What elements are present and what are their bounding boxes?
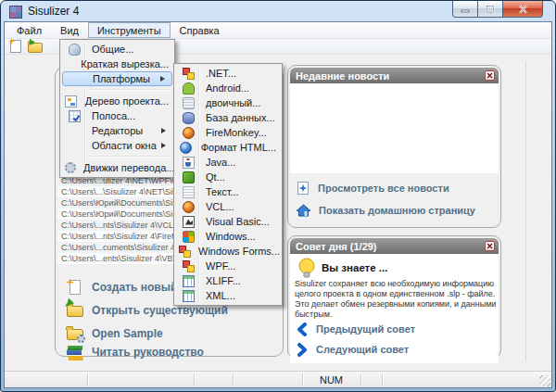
menu-item-general[interactable]: Общие... bbox=[60, 42, 174, 57]
status-divider bbox=[233, 373, 234, 386]
submenu-arrow-icon bbox=[161, 128, 169, 133]
submenu-arrow-icon bbox=[160, 76, 168, 82]
submenu-item-xml[interactable]: XML... bbox=[174, 288, 282, 303]
open-existing-label: Открыть существующий bbox=[92, 304, 228, 317]
visual-basic-icon bbox=[183, 216, 195, 228]
menu-help[interactable]: Справка bbox=[171, 22, 229, 38]
new-document-icon[interactable] bbox=[10, 40, 21, 53]
submenu-item-firemonkey[interactable]: FireMonkey... bbox=[174, 125, 282, 140]
xml-icon bbox=[183, 290, 195, 302]
submenu-item-html[interactable]: Формат HTML... bbox=[174, 140, 282, 155]
menu-item-platforms[interactable]: Платформы bbox=[62, 71, 172, 86]
news-panel-body bbox=[290, 83, 499, 173]
submenu-item-binary[interactable]: двоичный... bbox=[174, 95, 282, 110]
maximize-icon bbox=[486, 5, 495, 14]
windows-icon bbox=[183, 231, 195, 243]
android-icon bbox=[183, 82, 195, 95]
database-icon bbox=[183, 112, 195, 124]
title-bar[interactable]: Sisulizer 4 bbox=[1, 1, 555, 21]
html-globe-icon bbox=[180, 142, 192, 154]
dotnet-icon bbox=[183, 68, 195, 80]
lightbulb-icon bbox=[297, 258, 317, 280]
home-icon bbox=[296, 203, 311, 218]
open-sample-button[interactable]: Open Sample bbox=[67, 324, 163, 343]
project-tree-icon bbox=[65, 95, 77, 107]
tip-text: Sisulizer сохраняет всю необходимую инфо… bbox=[295, 279, 497, 320]
new-project-icon bbox=[67, 280, 83, 295]
menu-item-editors[interactable]: Редакторы bbox=[60, 123, 174, 138]
submenu-item-qt[interactable]: Qt... bbox=[174, 170, 282, 184]
xliff-icon bbox=[183, 275, 195, 287]
next-tip-link[interactable]: Следующий совет bbox=[296, 340, 495, 359]
close-button[interactable] bbox=[503, 1, 543, 18]
num-lock-indicator: NUM bbox=[302, 372, 360, 387]
wpf-icon bbox=[183, 260, 195, 272]
menu-view[interactable]: Вид bbox=[51, 22, 88, 38]
status-divider bbox=[87, 373, 89, 386]
firemonkey-icon bbox=[183, 127, 195, 139]
status-divider bbox=[382, 373, 384, 386]
vcl-icon bbox=[183, 201, 195, 213]
tip-close-button[interactable] bbox=[485, 241, 495, 251]
submenu-item-wpf[interactable]: WPF... bbox=[174, 259, 282, 273]
window-title: Sisulizer 4 bbox=[28, 5, 79, 18]
close-icon bbox=[518, 5, 528, 14]
submenu-item-android[interactable]: Android... bbox=[174, 81, 282, 95]
submenu-item-java[interactable]: Java... bbox=[174, 155, 282, 170]
next-tip-label: Следующий совет bbox=[316, 344, 409, 355]
status-divider bbox=[360, 373, 362, 386]
tip-heading: Вы знаете ... bbox=[322, 262, 387, 273]
close-icon bbox=[486, 72, 493, 79]
status-divider bbox=[194, 373, 196, 386]
submenu-item-windows[interactable]: Windows... bbox=[174, 229, 282, 244]
view-all-news-label: Просмотреть все новости bbox=[318, 183, 449, 194]
platforms-submenu: .NET... Android... двоичный... База данн… bbox=[173, 63, 283, 306]
view-all-news-link[interactable]: Просмотреть все новости bbox=[296, 179, 495, 197]
menu-item-translation-engines[interactable]: Движки перевода... bbox=[60, 160, 174, 175]
qt-icon bbox=[183, 171, 195, 183]
menu-item-band[interactable]: Полоса... bbox=[60, 108, 174, 123]
submenu-item-database[interactable]: База данных... bbox=[174, 110, 282, 125]
news-panel: Недавние новости Просмотреть все новости bbox=[287, 65, 501, 228]
status-bar: NUM bbox=[5, 371, 551, 387]
close-icon bbox=[486, 243, 493, 249]
create-new-button[interactable]: Создать новый bbox=[67, 278, 177, 297]
show-homepage-link[interactable]: Показать домашнюю страницу bbox=[296, 201, 495, 220]
tip-panel-header: Совет дня (1/29) bbox=[290, 238, 499, 254]
chevron-right-icon bbox=[296, 343, 309, 357]
create-new-label: Создать новый bbox=[92, 281, 177, 294]
open-project-icon bbox=[67, 303, 83, 318]
binary-icon bbox=[183, 97, 195, 109]
submenu-item-vcl[interactable]: VCL... bbox=[174, 199, 282, 214]
open-folder-icon[interactable] bbox=[28, 43, 43, 53]
menu-item-window-areas[interactable]: Области окна bbox=[60, 138, 174, 153]
submenu-item-windows-forms[interactable]: Windows Forms... bbox=[174, 244, 282, 259]
java-icon bbox=[183, 157, 195, 169]
tip-panel: Совет дня (1/29) Вы знаете ... Sisulizer… bbox=[287, 235, 501, 359]
container-edge-divider bbox=[525, 61, 526, 361]
submenu-item-text[interactable]: Текст... bbox=[174, 184, 282, 199]
menu-item-quick-clip[interactable]: Краткая вырезка... bbox=[60, 57, 174, 71]
app-window: Sisulizer 4 Файл Вид Инструменты Справка bbox=[0, 0, 556, 392]
tools-menu: Общие... Краткая вырезка... Платформы Де… bbox=[59, 39, 175, 178]
news-page-icon bbox=[296, 181, 310, 196]
submenu-arrow-icon bbox=[161, 143, 169, 148]
menu-item-project-tree[interactable]: Дерево проекта... bbox=[60, 94, 174, 108]
read-manual-button[interactable]: Читать руководство bbox=[67, 343, 204, 361]
text-icon bbox=[183, 186, 195, 198]
minimize-button[interactable] bbox=[452, 1, 478, 18]
app-icon bbox=[9, 6, 22, 19]
menu-file[interactable]: Файл bbox=[7, 22, 51, 38]
menu-separator bbox=[88, 156, 172, 158]
resize-grip[interactable] bbox=[539, 375, 550, 386]
menu-separator bbox=[88, 89, 172, 91]
submenu-item-visual-basic[interactable]: Visual Basic... bbox=[174, 214, 282, 229]
submenu-item-xliff[interactable]: XLIFF... bbox=[174, 273, 282, 288]
translation-engines-icon bbox=[65, 162, 76, 173]
menu-tools[interactable]: Инструменты bbox=[88, 22, 171, 38]
submenu-item-dotnet[interactable]: .NET... bbox=[174, 66, 282, 81]
previous-tip-link[interactable]: Предыдущий совет bbox=[296, 320, 495, 338]
news-close-button[interactable] bbox=[485, 70, 495, 81]
read-manual-label: Читать руководство bbox=[92, 346, 204, 359]
maximize-button[interactable] bbox=[478, 1, 503, 18]
